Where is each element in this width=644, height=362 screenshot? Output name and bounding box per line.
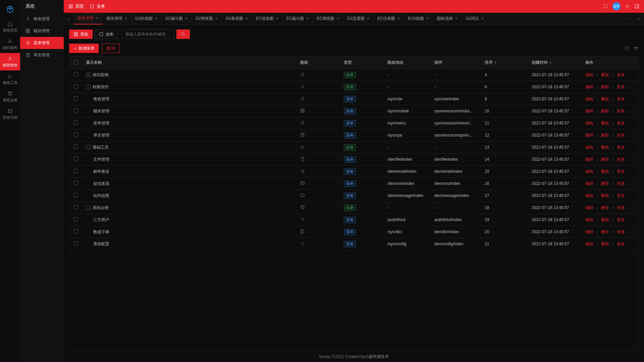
sidebar-item-user[interactable]: 角色管理 xyxy=(20,13,64,25)
delete-link[interactable]: 删除 xyxy=(601,229,609,235)
more-link[interactable]: 更多 ⌄ xyxy=(617,181,629,187)
edit-link[interactable]: 编辑 xyxy=(585,229,593,235)
col-icon[interactable]: 图标 xyxy=(296,57,340,69)
more-link[interactable]: 更多 ⌄ xyxy=(617,72,629,78)
edit-link[interactable]: 编辑 xyxy=(585,193,593,199)
tab[interactable]: G2折线图 ✕ xyxy=(131,13,162,24)
more-link[interactable]: 更多 ⌄ xyxy=(617,229,629,235)
rail-item-ops[interactable]: 系统运维 xyxy=(0,88,20,105)
checkbox-row[interactable] xyxy=(73,193,78,197)
tab[interactable]: 图标选择 ✕ xyxy=(433,13,462,24)
expander-icon[interactable]: - xyxy=(86,145,91,150)
edit-link[interactable]: 编辑 xyxy=(585,96,593,102)
delete-link[interactable]: 删除 xyxy=(601,72,609,78)
expander-icon[interactable]: - xyxy=(86,205,91,210)
expander-icon[interactable]: + xyxy=(86,72,91,77)
close-icon[interactable]: ✕ xyxy=(276,16,279,21)
tab[interactable]: G2饼状图 ✕ xyxy=(192,13,222,24)
tab[interactable]: G2条形图 ✕ xyxy=(222,13,252,24)
delete-link[interactable]: 删除 xyxy=(601,157,609,162)
sidebar-item-grid[interactable]: 模块管理 xyxy=(20,25,64,37)
col-route[interactable]: 路由地址 xyxy=(383,57,430,69)
delete-link[interactable]: 删除 xyxy=(601,96,609,102)
edit-link[interactable]: 编辑 xyxy=(585,133,593,138)
delete-link[interactable]: 删除 xyxy=(601,205,609,211)
tabs-prev[interactable]: ‹ xyxy=(64,13,74,24)
delete-link[interactable]: 删除 xyxy=(601,133,609,138)
delete-link[interactable]: 删除 xyxy=(601,217,609,223)
tab[interactable]: EC线形图 ✕ xyxy=(252,13,283,24)
close-icon[interactable]: ✕ xyxy=(397,16,400,21)
more-link[interactable]: 更多 ⌄ xyxy=(617,96,629,102)
tabs-overflow[interactable]: ··· xyxy=(624,13,634,24)
footer-link[interactable]: 小诺开源技术 xyxy=(365,354,389,360)
avatar[interactable]: 超管 xyxy=(612,2,621,10)
columns-icon[interactable] xyxy=(634,46,639,51)
settings-icon[interactable] xyxy=(625,4,630,9)
col-type[interactable]: 类型 xyxy=(340,57,383,69)
tab[interactable]: 菜单管理 ✕ xyxy=(74,13,103,24)
close-icon[interactable]: ✕ xyxy=(336,16,339,21)
close-icon[interactable]: ✕ xyxy=(455,16,458,21)
more-link[interactable]: 更多 ⌄ xyxy=(617,169,629,174)
rail-item-user[interactable]: 权限管控 xyxy=(0,53,20,70)
delete-link[interactable]: 删除 xyxy=(601,145,609,150)
refresh-icon[interactable] xyxy=(625,46,629,51)
col-name[interactable]: 显示名称 xyxy=(82,57,296,69)
edit-link[interactable]: 编辑 xyxy=(585,120,593,126)
checkbox-row[interactable] xyxy=(73,181,78,185)
col-sort[interactable]: 排序▲▼ xyxy=(481,57,528,69)
sidebar-item-page[interactable]: 单页管理 xyxy=(20,49,64,61)
checkbox-row[interactable] xyxy=(73,145,78,149)
close-icon[interactable]: ✕ xyxy=(215,16,218,21)
checkbox-row[interactable] xyxy=(73,96,78,101)
checkbox-row[interactable] xyxy=(73,133,78,137)
close-icon[interactable]: ✕ xyxy=(426,16,429,21)
rail-item-org[interactable]: 组织架构 xyxy=(0,36,20,53)
col-component[interactable]: 组件 xyxy=(430,57,481,69)
expander-icon[interactable]: - xyxy=(86,85,91,89)
filter-biz-button[interactable]: 业务 xyxy=(95,30,118,39)
delete-link[interactable]: 删除 xyxy=(601,169,609,174)
checkbox-row[interactable] xyxy=(73,84,78,89)
search-input[interactable] xyxy=(121,30,174,39)
tab[interactable]: ECK线图 ✕ xyxy=(404,13,433,24)
tab[interactable]: G2漏斗图 ✕ xyxy=(162,13,192,24)
col-created[interactable]: 创建时间▲▼ xyxy=(528,57,581,69)
tab[interactable]: G2进度图 ✕ xyxy=(343,13,374,24)
checkbox-row[interactable] xyxy=(73,72,78,76)
more-link[interactable]: 更多 ⌄ xyxy=(617,108,629,114)
checkbox-row[interactable] xyxy=(73,108,78,113)
close-icon[interactable]: ✕ xyxy=(245,16,248,21)
more-link[interactable]: 更多 ⌄ xyxy=(617,145,629,150)
panel-icon[interactable] xyxy=(635,4,639,9)
edit-link[interactable]: 编辑 xyxy=(585,217,593,223)
close-icon[interactable]: ✕ xyxy=(306,16,309,21)
delete-link[interactable]: 删除 xyxy=(601,120,609,126)
more-link[interactable]: 更多 ⌄ xyxy=(617,241,629,247)
more-link[interactable]: 更多 ⌄ xyxy=(617,120,629,126)
close-icon[interactable]: ✕ xyxy=(367,16,370,21)
close-icon[interactable]: ✕ xyxy=(481,16,484,21)
edit-link[interactable]: 编辑 xyxy=(585,181,593,187)
checkbox-row[interactable] xyxy=(73,205,78,209)
more-link[interactable]: 更多 ⌄ xyxy=(617,157,629,162)
delete-button[interactable]: 删 除 xyxy=(102,44,120,53)
checkbox-row[interactable] xyxy=(73,229,78,234)
rail-item-home[interactable]: 系统首页 xyxy=(0,18,20,36)
tab[interactable]: EC仪表图 ✕ xyxy=(374,13,404,24)
edit-link[interactable]: 编辑 xyxy=(585,205,593,211)
checkbox-row[interactable] xyxy=(73,241,78,246)
delete-link[interactable]: 删除 xyxy=(601,84,609,90)
rail-item-code[interactable]: 开发示例 xyxy=(0,105,20,123)
tab[interactable]: 模块管理 ✕ xyxy=(103,13,131,24)
checkbox-row[interactable] xyxy=(73,157,78,161)
close-icon[interactable]: ✕ xyxy=(155,16,158,21)
topnav-grid[interactable]: 系统 xyxy=(68,3,84,9)
fullscreen-icon[interactable] xyxy=(603,4,608,9)
checkbox-row[interactable] xyxy=(73,120,78,125)
edit-link[interactable]: 编辑 xyxy=(585,169,593,174)
tab[interactable]: G2词云 ✕ xyxy=(462,13,488,24)
edit-link[interactable]: 编辑 xyxy=(585,84,593,90)
topnav-box[interactable]: 业务 xyxy=(90,3,105,9)
